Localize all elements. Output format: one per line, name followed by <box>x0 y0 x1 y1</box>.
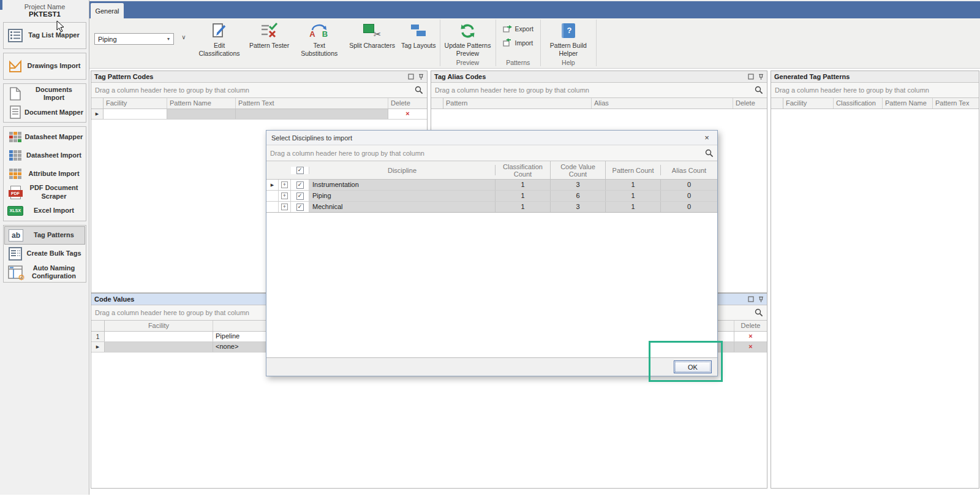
column-header-alias-count[interactable]: Alias Count <box>661 165 717 175</box>
checkbox-checked-icon[interactable]: ✓ <box>296 181 304 189</box>
pin-icon[interactable] <box>758 74 764 80</box>
text-substitutions-button[interactable]: A B Text Substitutions <box>292 21 346 57</box>
column-header-pattern-text[interactable]: Pattern Text <box>236 98 388 109</box>
row-indicator-header <box>91 321 105 331</box>
sidebar-item-tag-patterns[interactable]: ab Tag Patterns <box>4 226 85 245</box>
classification-count-cell: 1 <box>496 202 551 212</box>
ribbon-group-label-help: Help <box>541 59 595 67</box>
maximize-icon[interactable] <box>748 296 754 302</box>
sidebar-item-datasheet-import[interactable]: Datasheet Import <box>4 146 85 164</box>
table-row: ▶ × <box>91 109 427 120</box>
checkbox-checked-icon[interactable]: ✓ <box>296 192 304 200</box>
alias-count-cell: 0 <box>661 191 717 201</box>
group-by-hint: Drag a column header here to group by th… <box>270 150 424 157</box>
sidebar-item-auto-naming-configuration[interactable]: ⚙ Auto Naming Configuration <box>4 263 85 281</box>
maximize-icon[interactable] <box>408 74 414 80</box>
pin-icon[interactable] <box>418 74 424 80</box>
pattern-text-cell[interactable] <box>236 109 388 119</box>
plus-icon[interactable]: + <box>281 192 288 199</box>
expand-button[interactable]: + <box>279 180 291 190</box>
combo-expand-chevron-icon[interactable]: ∨ <box>179 34 189 40</box>
delete-icon[interactable]: × <box>388 109 427 119</box>
sidebar-item-label: Datasheet Mapper <box>24 133 83 141</box>
column-header-alias[interactable]: Alias <box>592 98 733 109</box>
row-checkbox[interactable]: ✓ <box>291 180 309 190</box>
column-header-classification[interactable]: Classification <box>834 98 883 109</box>
grid-blue-icon <box>6 150 24 161</box>
sidebar-item-create-bulk-tags[interactable]: Create Bulk Tags <box>4 245 85 263</box>
column-header-delete[interactable]: Delete <box>733 98 767 109</box>
pattern-tester-icon <box>260 21 279 40</box>
update-patterns-preview-button[interactable]: Update Patterns Preview <box>441 21 495 57</box>
maximize-icon[interactable] <box>748 74 754 80</box>
sidebar-item-drawings-import[interactable]: Drawings Import <box>4 54 85 78</box>
sidebar-item-datasheet-mapper[interactable]: Datasheet Mapper <box>4 128 85 146</box>
column-header-delete[interactable]: Delete <box>388 98 427 109</box>
sidebar-item-document-mapper[interactable]: Document Mapper <box>4 103 85 121</box>
column-header-discipline[interactable]: Discipline <box>309 165 496 175</box>
column-header-pattern[interactable]: Pattern <box>443 98 592 109</box>
column-header-facility[interactable]: Facility <box>105 321 213 331</box>
sidebar-item-attribute-import[interactable]: Attribute Import <box>4 164 85 183</box>
code-value-count-cell: 3 <box>551 202 606 212</box>
column-header-pattern-count[interactable]: Pattern Count <box>606 165 661 175</box>
import-button[interactable]: Import <box>503 39 533 47</box>
column-header-pattern-text[interactable]: Pattern Tex <box>933 98 979 109</box>
delete-icon[interactable]: × <box>734 332 767 341</box>
sidebar-item-pdf-document-scraper[interactable]: PDF PDF Document Scraper <box>4 183 85 201</box>
checkbox-checked-icon[interactable]: ✓ <box>296 167 304 174</box>
column-header-delete[interactable]: Delete <box>734 321 767 331</box>
facility-cell[interactable] <box>104 109 167 119</box>
project-name-label: Project Name <box>0 3 89 10</box>
sidebar-item-label: Auto Naming Configuration <box>24 264 83 280</box>
discipline-cell[interactable]: Mechnical <box>309 202 496 212</box>
row-checkbox[interactable]: ✓ <box>291 191 309 201</box>
search-icon[interactable] <box>415 86 423 94</box>
ribbon-separator <box>440 20 440 66</box>
split-characters-button[interactable]: ✂ Split Characters <box>346 21 398 50</box>
dialog-title: Select Disciplines to import <box>271 134 352 142</box>
column-header-classification-count[interactable]: Classification Count <box>496 161 551 179</box>
plus-icon[interactable]: + <box>281 204 288 210</box>
row-checkbox[interactable]: ✓ <box>291 202 309 212</box>
grid-multicolor-icon <box>6 132 24 142</box>
chevron-down-icon[interactable]: ▾ <box>164 36 173 42</box>
column-header-code-value-count[interactable]: Code Value Count <box>551 161 606 179</box>
column-header-pattern-name[interactable]: Pattern Name <box>167 98 236 109</box>
search-icon[interactable] <box>755 308 763 317</box>
facility-cell[interactable] <box>105 332 213 341</box>
pattern-build-helper-button[interactable]: ? Pattern Build Helper <box>541 21 595 57</box>
pattern-name-cell[interactable] <box>167 109 236 119</box>
pattern-count-cell: 1 <box>606 180 661 190</box>
edit-classifications-button[interactable]: Edit Classifications <box>192 21 246 57</box>
pattern-tester-button[interactable]: Pattern Tester <box>246 21 292 50</box>
discipline-combobox[interactable]: Piping ▾ <box>94 33 174 45</box>
search-icon[interactable] <box>755 86 763 94</box>
sidebar-item-documents-import[interactable]: Documents Import <box>4 85 85 103</box>
highlight-annotation-box <box>649 341 723 382</box>
column-header-facility[interactable]: Facility <box>783 98 834 109</box>
close-icon[interactable]: × <box>701 133 712 142</box>
discipline-cell[interactable]: Instrumentation <box>309 180 496 190</box>
tab-general[interactable]: General <box>91 3 124 18</box>
sidebar-item-label: PDF Document Scraper <box>24 184 83 200</box>
combobox-value: Piping <box>98 36 117 43</box>
pattern-count-cell: 1 <box>606 202 661 212</box>
facility-cell[interactable] <box>105 342 213 352</box>
discipline-cell[interactable]: Piping <box>309 191 496 201</box>
expand-button[interactable]: + <box>279 191 291 201</box>
export-button[interactable]: Export <box>503 25 533 32</box>
sidebar-item-excel-import[interactable]: XLSX Excel Import <box>4 202 85 220</box>
checkbox-checked-icon[interactable]: ✓ <box>296 204 304 211</box>
pin-icon[interactable] <box>758 296 764 303</box>
auto-naming-icon: ⚙ <box>6 265 24 279</box>
select-all-checkbox[interactable]: ✓ <box>291 167 309 174</box>
search-icon[interactable] <box>705 149 714 158</box>
plus-icon[interactable]: + <box>281 181 288 188</box>
tag-layouts-button[interactable]: Tag Layouts <box>398 21 439 50</box>
expand-button[interactable]: + <box>279 202 291 212</box>
column-header-facility[interactable]: Facility <box>104 98 167 109</box>
column-header-pattern-name[interactable]: Pattern Name <box>883 98 933 109</box>
sidebar-item-tag-list-mapper[interactable]: Tag List Mapper <box>4 23 85 48</box>
delete-icon[interactable]: × <box>734 342 767 352</box>
